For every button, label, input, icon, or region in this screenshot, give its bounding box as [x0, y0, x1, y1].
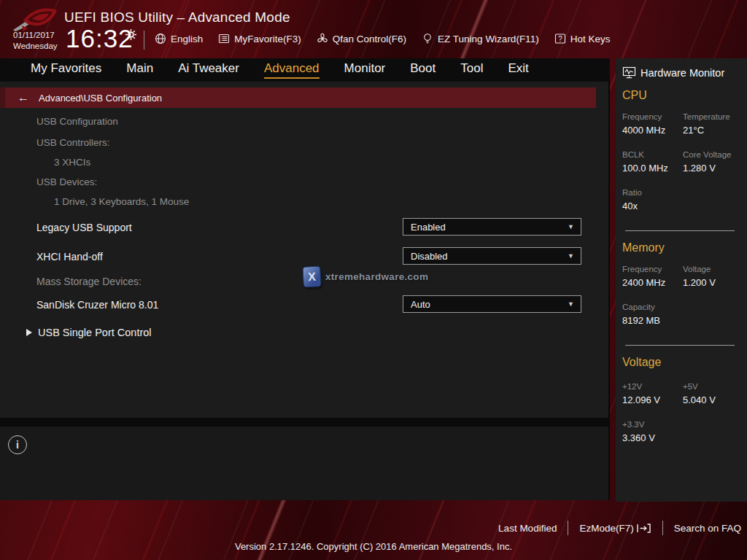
exit-arrow-icon	[636, 523, 651, 534]
main-menu-bar: My Favorites Main Ai Tweaker Advanced Mo…	[0, 58, 610, 82]
metric-voltage-12v: +12V 12.096 V	[622, 382, 683, 405]
usb-controllers-heading: USB Controllers:	[36, 137, 110, 148]
datetime-date: 01/11/2017 Wednesday	[13, 30, 58, 52]
section-divider	[625, 345, 735, 346]
mass-storage-heading: Mass Storage Devices:	[36, 276, 142, 287]
usb-devices-heading: USB Devices:	[36, 176, 97, 187]
usb-controllers-value: 3 XHCIs	[54, 157, 90, 168]
usb-configuration-heading: USB Configuration	[36, 116, 118, 127]
watermark-x-logo: X	[302, 265, 321, 287]
monitor-icon	[622, 66, 636, 79]
footer-links: Last Modified EzMode(F7) Search on FAQ	[498, 518, 741, 537]
tab-main[interactable]: Main	[126, 61, 153, 79]
hardware-monitor-sidebar: Hardware Monitor CPU Frequency 4000 MHz …	[616, 58, 747, 502]
metric-memory-capacity: Capacity 8192 MB	[622, 303, 683, 326]
section-divider	[625, 230, 735, 231]
hardware-monitor-title: Hardware Monitor	[640, 67, 724, 79]
section-title-voltage: Voltage	[622, 356, 747, 369]
toolbar-qfan-label: Qfan Control(F6)	[333, 34, 406, 44]
toolbar-ez-tuning[interactable]: EZ Tuning Wizard(F11)	[422, 33, 539, 44]
toolbar-divider	[144, 31, 144, 50]
submenu-arrow-icon	[26, 329, 32, 336]
toolbar-language-label: English	[171, 34, 203, 44]
main-column: My Favorites Main Ai Tweaker Advanced Mo…	[0, 58, 610, 500]
tab-advanced[interactable]: Advanced	[264, 61, 320, 79]
tab-exit[interactable]: Exit	[508, 61, 528, 79]
cpu-metrics: Frequency 4000 MHz Temperature 21°C BCLK…	[622, 112, 747, 226]
voltage-metrics: +12V 12.096 V +5V 5.040 V +3.3V 3.360 V	[622, 382, 747, 458]
legacy-usb-support-label: Legacy USB Support	[36, 222, 132, 233]
date-text: 01/11/2017	[13, 30, 58, 41]
dropdown-value: Enabled	[411, 222, 446, 233]
section-title-cpu: CPU	[622, 89, 747, 102]
footer-separator	[662, 521, 663, 535]
favorites-list-icon	[218, 33, 230, 44]
metric-cpu-core-voltage: Core Voltage 1.280 V	[683, 150, 747, 174]
back-arrow-icon[interactable]: ←	[18, 91, 29, 104]
toolbar-qfan[interactable]: Qfan Control(F6)	[317, 33, 406, 44]
xhci-handoff-dropdown[interactable]: Disabled ▼	[403, 247, 581, 265]
submenu-label: USB Single Port Control	[38, 327, 152, 338]
bios-screen: UEFI BIOS Utility – Advanced Mode 01/11/…	[0, 0, 747, 560]
weekday-text: Wednesday	[13, 41, 58, 52]
dropdown-value: Auto	[411, 299, 430, 310]
ezmode-button[interactable]: EzMode(F7)	[579, 523, 651, 534]
info-icon: i	[8, 435, 27, 454]
tab-ai-tweaker[interactable]: Ai Tweaker	[178, 61, 239, 79]
settings-panel: ← Advanced\USB Configuration USB Configu…	[0, 82, 608, 418]
metric-cpu-ratio: Ratio 40x	[622, 188, 683, 211]
version-text: Version 2.17.1246. Copyright (C) 2016 Am…	[0, 541, 747, 552]
usb-single-port-control-item[interactable]: USB Single Port Control	[26, 327, 152, 338]
toolbar-hotkeys-label: Hot Keys	[570, 34, 611, 44]
footer-separator	[568, 521, 568, 535]
last-modified-button[interactable]: Last Modified	[498, 523, 557, 534]
chevron-down-icon: ▼	[568, 300, 574, 308]
toolbar-language[interactable]: English	[155, 33, 203, 44]
watermark-text: xtremehardware.com	[325, 271, 428, 282]
tab-tool[interactable]: Tool	[460, 61, 483, 79]
xhci-handoff-label: XHCI Hand-off	[36, 251, 103, 262]
sandisk-device-dropdown[interactable]: Auto ▼	[403, 295, 581, 313]
clock-time: 16:32	[66, 24, 133, 53]
sandisk-device-label: SanDisk Cruzer Micro 8.01	[36, 299, 158, 311]
watermark: X xtremehardware.com	[303, 266, 428, 287]
metric-memory-frequency: Frequency 2400 MHz	[622, 265, 683, 288]
chevron-down-icon: ▼	[568, 223, 574, 230]
metric-cpu-bclk: BCLK 100.0 MHz	[622, 150, 683, 174]
header-toolbar: English MyFavorite(F3) Qfan Control(F6)	[155, 29, 610, 48]
gear-icon[interactable]	[125, 29, 136, 40]
lamp-icon	[422, 33, 433, 44]
metric-voltage-3v3: +3.3V 3.360 V	[622, 420, 683, 443]
usb-devices-value: 1 Drive, 3 Keyboards, 1 Mouse	[54, 196, 189, 207]
app-title: UEFI BIOS Utility – Advanced Mode	[64, 9, 290, 26]
metric-cpu-frequency: Frequency 4000 MHz	[622, 112, 683, 136]
ezmode-label: EzMode(F7)	[579, 523, 633, 534]
metric-memory-voltage: Voltage 1.200 V	[683, 265, 747, 288]
hardware-monitor-header: Hardware Monitor	[616, 58, 747, 79]
tab-monitor[interactable]: Monitor	[344, 61, 386, 79]
tab-my-favorites[interactable]: My Favorites	[31, 61, 101, 79]
fan-icon	[317, 33, 328, 44]
metric-cpu-temperature: Temperature 21°C	[683, 112, 747, 136]
dropdown-value: Disabled	[411, 251, 448, 262]
tab-boot[interactable]: Boot	[410, 61, 436, 79]
toolbar-hotkeys[interactable]: ? Hot Keys	[554, 33, 611, 44]
question-box-icon: ?	[554, 33, 566, 44]
toolbar-myfavorite-label: MyFavorite(F3)	[234, 34, 301, 44]
toolbar-ez-tuning-label: EZ Tuning Wizard(F11)	[438, 34, 539, 44]
breadcrumb-path: Advanced\USB Configuration	[39, 93, 162, 104]
breadcrumb: ← Advanced\USB Configuration	[0, 88, 596, 108]
help-panel: i	[0, 427, 608, 500]
legacy-usb-support-dropdown[interactable]: Enabled ▼	[403, 218, 581, 236]
svg-text:?: ?	[558, 35, 562, 43]
metric-voltage-5v: +5V 5.040 V	[683, 382, 747, 405]
search-on-faq-button[interactable]: Search on FAQ	[674, 523, 741, 534]
memory-metrics: Frequency 2400 MHz Voltage 1.200 V Capac…	[622, 265, 747, 341]
chevron-down-icon: ▼	[568, 252, 574, 260]
section-title-memory: Memory	[622, 241, 747, 254]
globe-icon	[155, 33, 166, 44]
toolbar-myfavorite[interactable]: MyFavorite(F3)	[218, 33, 301, 44]
